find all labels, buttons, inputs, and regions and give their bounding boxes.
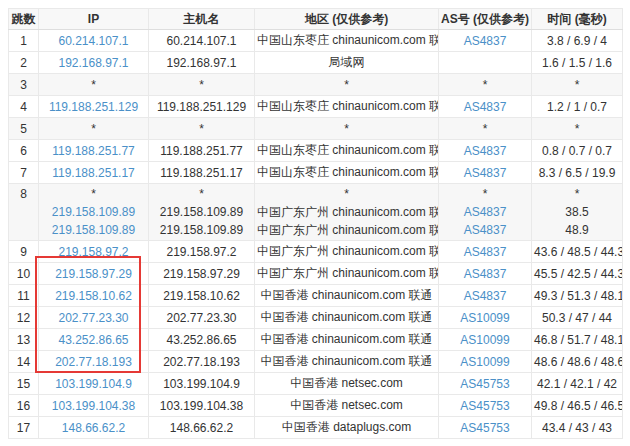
as-link[interactable]: AS45753 — [460, 377, 509, 391]
cell-ip: 219.158.97.2 — [39, 241, 149, 263]
as-link[interactable]: AS4837 — [464, 144, 507, 158]
cell-region: * — [255, 74, 439, 96]
as-link[interactable]: AS4837 — [464, 267, 507, 281]
as-link[interactable]: AS10099 — [460, 333, 509, 347]
cell-time: 8.3 / 6.5 / 19.9 — [532, 162, 623, 184]
cell-time: 0.8 / 0.7 / 0.7 — [532, 140, 623, 162]
as-link[interactable]: AS10099 — [460, 311, 509, 325]
cell-host: 103.199.104.9 — [149, 373, 255, 395]
as-link[interactable]: AS10099 — [460, 355, 509, 369]
cell-time: 1.6 / 1.5 / 1.6 — [532, 52, 623, 74]
table-row: 17148.66.62.2148.66.62.2中国香港 dataplugs.c… — [9, 417, 623, 439]
cell-ip: 192.168.97.1 — [39, 52, 149, 74]
cell-asn: * — [439, 74, 532, 96]
cell-line-asn: AS4837 — [441, 221, 529, 239]
cell-region: *中国广东广州 chinaunicom.com 联通中国广东广州 chinaun… — [255, 184, 439, 241]
cell-host: 202.77.18.193 — [149, 351, 255, 373]
cell-host: 148.66.62.2 — [149, 417, 255, 439]
ip-link[interactable]: 43.252.86.65 — [58, 333, 128, 347]
as-link[interactable]: AS4837 — [464, 245, 507, 259]
cell-time: 3.8 / 6.9 / 4 — [532, 30, 623, 52]
cell-line-time: * — [534, 185, 620, 203]
table-row: 11219.158.10.62219.158.10.62中国香港 chinaun… — [9, 285, 623, 307]
cell-region: 中国香港 netsec.com — [255, 373, 439, 395]
cell-hop: 15 — [9, 373, 39, 395]
ip-link[interactable]: 119.188.251.129 — [49, 100, 138, 114]
cell-ip: 43.252.86.65 — [39, 329, 149, 351]
cell-line-host: 219.158.109.89 — [151, 221, 252, 239]
cell-asn: AS10099 — [439, 351, 532, 373]
cell-line-time: 48.9 — [534, 221, 620, 239]
ip-link[interactable]: 219.158.109.89 — [52, 223, 135, 237]
ip-link[interactable]: 103.199.104.9 — [55, 377, 132, 391]
as-link[interactable]: AS4837 — [464, 289, 507, 303]
cell-region: 中国山东枣庄 chinaunicom.com 联通 — [255, 96, 439, 118]
cell-hop: 9 — [9, 241, 39, 263]
cell-ip: 202.77.18.193 — [39, 351, 149, 373]
cell-asn: * — [439, 118, 532, 140]
cell-ip: 119.188.251.77 — [39, 140, 149, 162]
cell-hop: 2 — [9, 52, 39, 74]
cell-time: 46.8 / 51.7 / 48.1 — [532, 329, 623, 351]
cell-ip: * — [39, 118, 149, 140]
as-link[interactable]: AS45753 — [460, 421, 509, 435]
cell-region: 中国广东广州 chinaunicom.com 联通 — [255, 263, 439, 285]
cell-hop: 6 — [9, 140, 39, 162]
table-row: 2192.168.97.1192.168.97.1局域网1.6 / 1.5 / … — [9, 52, 623, 74]
cell-ip: 60.214.107.1 — [39, 30, 149, 52]
cell-hop: 16 — [9, 395, 39, 417]
ip-link[interactable]: 219.158.97.29 — [55, 267, 132, 281]
cell-time: * — [532, 118, 623, 140]
ip-link[interactable]: 60.214.107.1 — [58, 34, 128, 48]
cell-hop: 11 — [9, 285, 39, 307]
cell-asn: AS4837 — [439, 96, 532, 118]
ip-link[interactable]: 119.188.251.17 — [52, 166, 135, 180]
cell-asn — [439, 52, 532, 74]
cell-hop: 4 — [9, 96, 39, 118]
ip-link[interactable]: 202.77.18.193 — [55, 355, 132, 369]
as-link[interactable]: AS45753 — [460, 399, 509, 413]
cell-time: 50.3 / 47 / 44 — [532, 307, 623, 329]
as-link[interactable]: AS4837 — [464, 34, 507, 48]
table-row: 12202.77.23.30202.77.23.30中国香港 chinaunic… — [9, 307, 623, 329]
cell-line-region: 中国广东广州 chinaunicom.com 联通 — [257, 221, 436, 239]
cell-asn: AS45753 — [439, 417, 532, 439]
table-row: 6119.188.251.77119.188.251.77中国山东枣庄 chin… — [9, 140, 623, 162]
table-row: 3***** — [9, 74, 623, 96]
ip-link[interactable]: 148.66.62.2 — [62, 421, 125, 435]
cell-line-time: 38.5 — [534, 203, 620, 221]
ip-link[interactable]: 119.188.251.77 — [52, 144, 135, 158]
ip-link[interactable]: 202.77.23.30 — [58, 311, 128, 325]
cell-ip: 103.199.104.38 — [39, 395, 149, 417]
table-row: 10219.158.97.29219.158.97.29中国广东广州 china… — [9, 263, 623, 285]
ip-link[interactable]: 103.199.104.38 — [52, 399, 135, 413]
as-link[interactable]: AS4837 — [464, 166, 507, 180]
as-link[interactable]: AS4837 — [464, 205, 507, 219]
cell-ip: 219.158.10.62 — [39, 285, 149, 307]
as-link[interactable]: AS4837 — [464, 100, 507, 114]
ip-link[interactable]: 219.158.97.2 — [58, 245, 128, 259]
cell-asn: AS45753 — [439, 373, 532, 395]
column-header-time: 时间 (毫秒) — [532, 9, 623, 30]
cell-host: 202.77.23.30 — [149, 307, 255, 329]
table-row: 14202.77.18.193202.77.18.193中国香港 chinaun… — [9, 351, 623, 373]
cell-hop: 13 — [9, 329, 39, 351]
cell-line-region: * — [257, 185, 436, 203]
as-link[interactable]: AS4837 — [464, 223, 507, 237]
cell-hop: 12 — [9, 307, 39, 329]
ip-link[interactable]: 219.158.10.62 — [55, 289, 132, 303]
ip-link[interactable]: 219.158.109.89 — [52, 205, 135, 219]
cell-asn: AS4837 — [439, 263, 532, 285]
cell-host: *219.158.109.89219.158.109.89 — [149, 184, 255, 241]
cell-time: 49.3 / 51.3 / 48.1 — [532, 285, 623, 307]
cell-region: 中国广东广州 chinaunicom.com 联通 — [255, 241, 439, 263]
cell-host: 219.158.97.29 — [149, 263, 255, 285]
cell-host: 43.252.86.65 — [149, 329, 255, 351]
ip-link[interactable]: 192.168.97.1 — [58, 56, 128, 70]
cell-ip: *219.158.109.89219.158.109.89 — [39, 184, 149, 241]
cell-asn: AS4837 — [439, 162, 532, 184]
cell-hop: 7 — [9, 162, 39, 184]
cell-line-host: * — [151, 185, 252, 203]
cell-hop: 1 — [9, 30, 39, 52]
cell-ip: 148.66.62.2 — [39, 417, 149, 439]
